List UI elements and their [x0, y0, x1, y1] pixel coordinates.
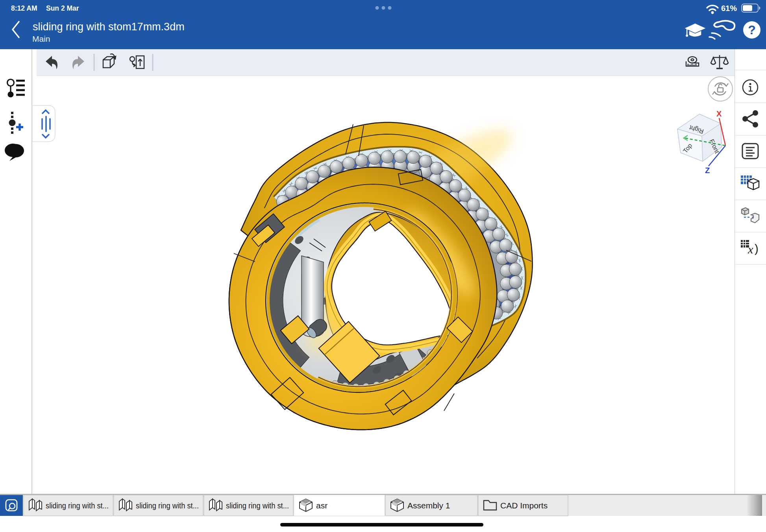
svg-text:sliding ring with stom17mm.3dm: sliding ring with stom17mm.3dm — [33, 21, 185, 33]
svg-text:Sun 2 Mar: Sun 2 Mar — [46, 4, 79, 12]
svg-text:X: X — [716, 109, 722, 118]
svg-text:Z: Z — [705, 166, 710, 175]
svg-text:): ) — [755, 242, 759, 255]
svg-text:8:12 AM: 8:12 AM — [11, 4, 37, 12]
svg-text:Assembly 1: Assembly 1 — [407, 501, 450, 510]
svg-text:?: ? — [748, 23, 756, 37]
svg-text:x: x — [747, 243, 753, 256]
svg-text:Main: Main — [32, 34, 50, 43]
svg-text:sliding ring with st...: sliding ring with st... — [136, 501, 199, 510]
svg-text:sliding ring with st...: sliding ring with st... — [46, 501, 109, 510]
svg-text:sliding ring with st...: sliding ring with st... — [226, 501, 289, 510]
svg-text:asr: asr — [316, 501, 327, 510]
svg-text:61%: 61% — [721, 4, 737, 13]
svg-text:CAD Imports: CAD Imports — [500, 501, 548, 510]
